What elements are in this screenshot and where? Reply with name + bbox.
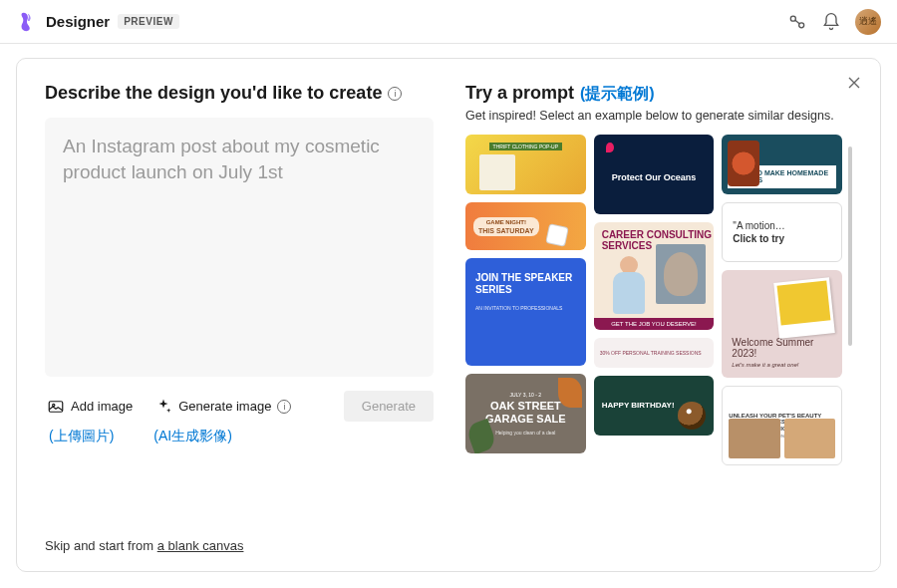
template-label: Protect Our Oceans bbox=[612, 172, 697, 182]
template-grid-col: THRIFT CLOTHING POP-UP GAME NIGHT!THIS S… bbox=[465, 135, 586, 465]
template-label: GAME NIGHT! bbox=[486, 219, 526, 225]
image-row bbox=[729, 419, 835, 458]
template-sublabel: THIS SATURDAY bbox=[478, 227, 534, 234]
photo-illustration bbox=[656, 244, 706, 304]
template-date: JULY 3, 10 - 2 bbox=[510, 392, 542, 398]
user-avatar[interactable]: 逍遙 bbox=[855, 9, 881, 35]
add-image-button[interactable]: Add image bbox=[45, 394, 135, 420]
try-heading: Try a prompt (提示範例) bbox=[465, 83, 852, 105]
photo-illustration bbox=[773, 277, 835, 339]
template-sublabel: Let's make it a great one! bbox=[732, 362, 798, 368]
generate-image-button[interactable]: Generate image i bbox=[152, 394, 293, 420]
designer-logo-icon bbox=[16, 11, 38, 33]
template-label: 30% OFF PERSONAL TRAINING SESSIONS bbox=[600, 350, 702, 356]
template-career[interactable]: CAREER CONSULTING SERVICES GET THE JOB Y… bbox=[594, 222, 715, 330]
template-band: GET THE JOB YOU DESERVE! bbox=[594, 318, 715, 330]
templates-grid: THRIFT CLOTHING POP-UP GAME NIGHT!THIS S… bbox=[465, 135, 852, 465]
template-training[interactable]: 30% OFF PERSONAL TRAINING SESSIONS bbox=[594, 338, 715, 368]
sparkle-icon bbox=[154, 398, 172, 416]
template-speaker-series[interactable]: JOIN THE SPEAKER SERIES AN INVITATION TO… bbox=[465, 258, 586, 366]
preview-badge: PREVIEW bbox=[118, 14, 179, 29]
right-column: Try a prompt (提示範例) Get inspired! Select… bbox=[465, 83, 852, 553]
svg-rect-2 bbox=[49, 401, 63, 412]
blank-canvas-link[interactable]: a blank canvas bbox=[157, 538, 244, 553]
template-crepes[interactable]: HOW TO MAKE HOMEMADE CREPES bbox=[722, 135, 842, 194]
app-name: Designer bbox=[46, 13, 110, 30]
template-garage-sale[interactable]: JULY 3, 10 - 2 OAK STREET GARAGE SALE He… bbox=[465, 374, 586, 453]
template-label: JOIN THE SPEAKER SERIES bbox=[475, 272, 576, 295]
scrollbar[interactable] bbox=[848, 147, 852, 346]
template-quote: "A motion… bbox=[733, 220, 784, 231]
generate-button[interactable]: Generate bbox=[344, 391, 434, 422]
skip-row: Skip and start from a blank canvas bbox=[45, 538, 434, 553]
template-label: THRIFT CLOTHING POP-UP bbox=[489, 143, 562, 150]
template-grid-col: HOW TO MAKE HOMEMADE CREPES "A motion… C… bbox=[722, 135, 842, 465]
templates-container: THRIFT CLOTHING POP-UP GAME NIGHT!THIS S… bbox=[465, 135, 852, 553]
generate-image-label: Generate image bbox=[178, 399, 271, 414]
template-label: HAPPY BIRTHDAY! bbox=[602, 401, 675, 410]
try-subtitle: (提示範例) bbox=[580, 84, 655, 105]
template-grooming[interactable]: UNLEASH YOUR PET'S BEAUTY WITH OUR PROFE… bbox=[722, 386, 842, 465]
annotation-row: (上傳圖片) (AI生成影像) bbox=[45, 428, 434, 445]
close-icon[interactable] bbox=[846, 75, 862, 91]
info-icon[interactable]: i bbox=[277, 400, 291, 414]
main-card: Describe the design you'd like to create… bbox=[16, 58, 881, 572]
describe-heading: Describe the design you'd like to create… bbox=[45, 83, 434, 104]
annotation-ai: (AI生成影像) bbox=[153, 428, 232, 445]
template-cta: Click to try bbox=[733, 233, 784, 244]
template-label: OAK STREET GARAGE SALE bbox=[471, 400, 580, 425]
template-sublabel: AN INVITATION TO PROFESSIONALS bbox=[475, 305, 562, 311]
skip-prefix: Skip and start from bbox=[45, 538, 157, 553]
try-title: Try a prompt bbox=[465, 83, 574, 104]
logo-area: Designer PREVIEW bbox=[16, 11, 179, 33]
template-oceans[interactable]: Protect Our Oceans bbox=[594, 135, 715, 214]
template-birthday[interactable]: HAPPY BIRTHDAY! bbox=[594, 376, 715, 436]
prompt-textarea[interactable]: An Instagram post about my cosmetic prod… bbox=[45, 118, 434, 377]
topbar-right: 逍遙 bbox=[787, 9, 881, 35]
bell-icon[interactable] bbox=[821, 12, 841, 32]
template-sublabel: Helping you clean of a deal bbox=[495, 430, 555, 436]
person-illustration bbox=[608, 256, 650, 316]
describe-title: Describe the design you'd like to create bbox=[45, 83, 382, 104]
template-motion-quote[interactable]: "A motion… Click to try bbox=[722, 202, 842, 262]
connect-icon[interactable] bbox=[787, 12, 807, 32]
action-row: Add image Generate image i Generate bbox=[45, 391, 434, 422]
image-icon bbox=[47, 398, 65, 416]
template-game-night[interactable]: GAME NIGHT!THIS SATURDAY bbox=[465, 202, 586, 250]
top-bar: Designer PREVIEW 逍遙 bbox=[0, 0, 897, 44]
template-thrift[interactable]: THRIFT CLOTHING POP-UP bbox=[465, 135, 586, 194]
left-column: Describe the design you'd like to create… bbox=[45, 83, 434, 553]
template-grid-col: Protect Our Oceans CAREER CONSULTING SER… bbox=[594, 135, 715, 465]
info-icon[interactable]: i bbox=[388, 87, 402, 101]
annotation-upload: (上傳圖片) bbox=[49, 428, 114, 445]
template-label: HOW TO MAKE HOMEMADE CREPES bbox=[728, 165, 836, 188]
add-image-label: Add image bbox=[71, 399, 133, 414]
template-label: Welcome Summer 2023! bbox=[732, 337, 832, 359]
prompt-placeholder: An Instagram post about my cosmetic prod… bbox=[63, 134, 416, 184]
template-summer[interactable]: Welcome Summer 2023! Let's make it a gre… bbox=[722, 270, 842, 378]
try-description: Get inspired! Select an example below to… bbox=[465, 109, 852, 123]
svg-point-0 bbox=[790, 16, 795, 21]
svg-point-1 bbox=[799, 22, 804, 27]
